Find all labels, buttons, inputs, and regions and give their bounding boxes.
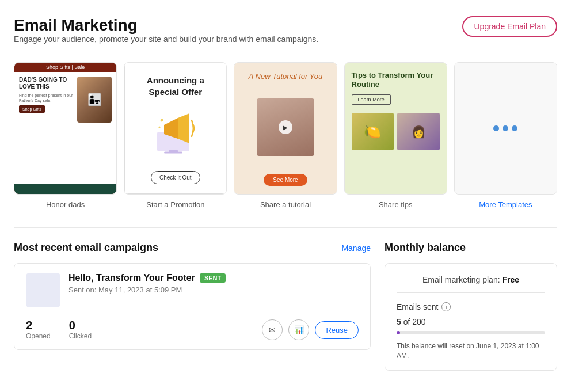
template-card-honor-dads[interactable]: Shop Gifts | Sale DAD'S GOING TO LOVE TH… xyxy=(14,62,117,209)
template-label-tips: Share tips xyxy=(379,200,413,209)
balance-section-title: Monthly balance xyxy=(385,242,466,254)
tips-title: Tips to Transform Your Routine xyxy=(352,71,440,89)
svg-point-6 xyxy=(158,126,160,128)
template-card-promotion[interactable]: Announcing aSpecial Offer xyxy=(124,62,227,209)
clicked-count: 0 xyxy=(69,319,92,332)
template-thumb-more xyxy=(454,62,557,195)
template-thumb-honor-dads: Shop Gifts | Sale DAD'S GOING TO LOVE TH… xyxy=(14,62,117,195)
emails-progress-bg xyxy=(397,331,545,334)
campaigns-section-title: Most recent email campaigns xyxy=(14,242,158,254)
opened-count: 2 xyxy=(26,319,51,332)
dot-1 xyxy=(493,125,499,131)
balance-header: Monthly balance xyxy=(385,242,557,254)
campaign-stats: 2 Opened 0 Clicked xyxy=(26,319,92,340)
stats-icon-button[interactable]: 📊 xyxy=(288,319,309,340)
tips-cta-btn: Learn More xyxy=(352,94,391,105)
reuse-button[interactable]: Reuse xyxy=(315,321,359,339)
template-card-more[interactable]: More Templates xyxy=(454,62,557,209)
promo-title: Announcing aSpecial Offer xyxy=(147,75,204,97)
template-card-tips[interactable]: Tips to Transform Your Routine Learn Mor… xyxy=(344,62,447,209)
stat-opened: 2 Opened xyxy=(26,319,51,340)
campaigns-header: Most recent email campaigns Manage xyxy=(14,242,371,254)
template-thumb-tutorial: A New Tutorial for You ▶ See More xyxy=(234,62,337,195)
dad-footer-bar xyxy=(14,184,116,194)
template-thumb-promotion: Announcing aSpecial Offer xyxy=(124,62,227,195)
page-title: Email Marketing xyxy=(14,16,318,35)
tutorial-cta-btn: See More xyxy=(264,174,307,186)
campaign-status-badge: SENT xyxy=(200,273,226,283)
campaign-bottom-row: 2 Opened 0 Clicked ✉ 📊 xyxy=(26,319,359,340)
svg-rect-2 xyxy=(164,151,182,153)
campaigns-section: Most recent email campaigns Manage Hello… xyxy=(14,242,371,371)
plan-label: Email marketing plan: xyxy=(422,275,503,284)
play-icon: ▶ xyxy=(279,120,292,134)
template-thumb-tips: Tips to Transform Your Routine Learn Mor… xyxy=(344,62,447,195)
campaign-title-row: Hello, Transform Your Footer SENT xyxy=(68,273,359,283)
balance-plan-row: Email marketing plan: Free xyxy=(397,275,545,293)
emails-total: 200 xyxy=(412,317,425,326)
manage-link[interactable]: Manage xyxy=(341,243,371,253)
page-subtitle: Engage your audience, promote your site … xyxy=(14,35,318,44)
template-label-tutorial: Share a tutorial xyxy=(260,200,311,209)
info-icon[interactable]: i xyxy=(441,302,451,311)
tutorial-title: A New Tutorial for You xyxy=(249,72,322,81)
emails-of-label: of xyxy=(403,317,413,326)
template-label-promotion: Start a Promotion xyxy=(146,200,204,209)
campaign-card: Hello, Transform Your Footer SENT Sent o… xyxy=(14,263,371,350)
page-header: Email Marketing Engage your audience, pr… xyxy=(14,16,557,58)
tutorial-image: ▶ xyxy=(257,98,314,156)
bottom-section: Most recent email campaigns Manage Hello… xyxy=(14,242,557,371)
campaign-top-row: Hello, Transform Your Footer SENT Sent o… xyxy=(26,273,359,307)
dad-cta-btn: Shop Gifts xyxy=(19,105,45,113)
stat-clicked: 0 Clicked xyxy=(69,319,92,340)
emails-count-row: 5 of 200 xyxy=(397,317,545,326)
promo-image xyxy=(150,108,201,160)
campaign-thumbnail xyxy=(26,273,60,307)
campaign-title: Hello, Transform Your Footer xyxy=(68,273,195,283)
tips-image-2: 👩 xyxy=(397,113,440,150)
email-icon-button[interactable]: ✉ xyxy=(262,319,283,340)
templates-row: Shop Gifts | Sale DAD'S GOING TO LOVE TH… xyxy=(14,62,557,209)
envelope-icon: ✉ xyxy=(269,325,276,334)
tips-images: 🍋 👩 xyxy=(352,113,440,150)
emails-progress-fill xyxy=(397,331,400,334)
emails-count-text: 5 of 200 xyxy=(397,317,426,326)
emails-used: 5 xyxy=(397,317,401,326)
section-divider xyxy=(14,227,557,228)
info-symbol: i xyxy=(446,304,447,310)
template-label-honor-dads: Honor dads xyxy=(46,200,85,209)
svg-point-5 xyxy=(160,119,163,122)
template-card-tutorial[interactable]: A New Tutorial for You ▶ See More Share … xyxy=(234,62,337,209)
clicked-label: Clicked xyxy=(69,332,92,340)
campaign-date: Sent on: May 11, 2023 at 5:09 PM xyxy=(68,286,359,294)
bar-chart-icon: 📊 xyxy=(294,325,304,334)
opened-label: Opened xyxy=(26,332,51,340)
balance-card: Email marketing plan: Free Emails sent i… xyxy=(385,263,557,371)
upgrade-email-plan-button[interactable]: Upgrade Email Plan xyxy=(462,16,557,37)
dot-2 xyxy=(503,125,508,131)
template-label-more[interactable]: More Templates xyxy=(479,200,532,209)
promo-cta-btn: Check It Out xyxy=(151,171,200,184)
campaign-actions: ✉ 📊 Reuse xyxy=(262,319,359,340)
dad-image: 👨‍👧 xyxy=(77,77,112,123)
dot-3 xyxy=(512,125,517,131)
dad-top-bar: Shop Gifts | Sale xyxy=(14,63,116,72)
tips-image-1: 🍋 xyxy=(352,113,394,150)
svg-marker-4 xyxy=(178,113,189,143)
dad-body: Find the perfect present in our Father's… xyxy=(19,93,74,103)
campaign-info: Hello, Transform Your Footer SENT Sent o… xyxy=(68,273,359,294)
emails-sent-row: Emails sent i xyxy=(397,302,545,311)
balance-section: Monthly balance Email marketing plan: Fr… xyxy=(385,242,557,371)
dad-headline: DAD'S GOING TO LOVE THIS xyxy=(19,77,74,90)
emails-sent-label: Emails sent xyxy=(397,302,438,311)
balance-reset-note: This balance will reset on June 1, 2023 … xyxy=(397,341,545,361)
plan-name: Free xyxy=(502,275,519,284)
